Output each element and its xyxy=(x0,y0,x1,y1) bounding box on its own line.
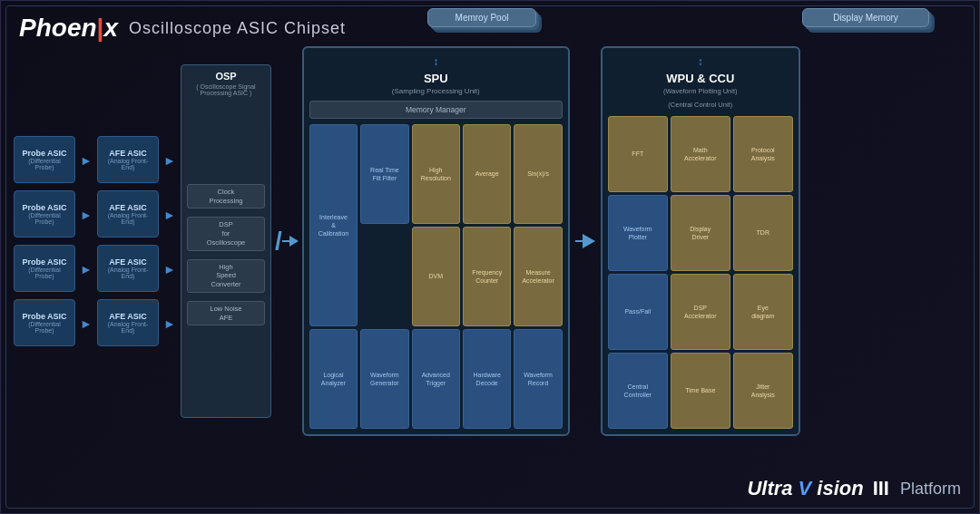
probe-block-1: Probe ASIC (Differential Probe) xyxy=(14,136,75,183)
memory-manager: Memory Manager xyxy=(309,101,563,119)
arrow-6: ► xyxy=(162,191,178,238)
spu-cell-measure: MeasureAccelerator xyxy=(514,227,562,326)
wpu-display-driver: DisplayDriver xyxy=(671,195,730,271)
spu-grid: Interleave&Calibration Real TimeFilt Fil… xyxy=(309,124,563,429)
spu-cell-average: Average xyxy=(463,124,511,224)
memory-pool-text: Memroy Pool xyxy=(437,13,526,23)
arrow-1: ► xyxy=(78,137,94,184)
ision-text: ision xyxy=(817,477,863,500)
osp-box: OSP ( Oscilloscope Signal Processing ASI… xyxy=(181,64,271,418)
wpu-passfail: Pass/Fail xyxy=(608,274,668,350)
connector-line xyxy=(282,240,289,242)
wpu-subtitle2: (Central Control Unit) xyxy=(608,101,793,109)
wpu-grid: FFT MathAccelerator ProtocolAnalysis Wav… xyxy=(608,116,793,429)
wpu-waveform-plotter: WaveformPlotter xyxy=(608,195,668,271)
wpu-timebase: Time Base xyxy=(671,353,730,429)
wpu-jitter: JitterAnalysis xyxy=(733,353,793,429)
memory-pool-label: Memroy Pool xyxy=(427,8,536,27)
display-memory-label: Display Memory xyxy=(802,8,929,27)
connector-arrow xyxy=(289,236,299,247)
roman-numeral: III xyxy=(873,477,889,500)
spu-title: SPU xyxy=(309,72,563,85)
afe-block-4: AFE ASIC (Analog Front-End) xyxy=(97,299,159,346)
brand-footer: UltraVision III Platform xyxy=(747,477,961,500)
osp-title: OSP xyxy=(187,71,265,82)
osp-subtitle: ( Oscilloscope Signal Processing ASIC ) xyxy=(187,83,265,96)
wpu-tdr: TDR xyxy=(733,195,793,271)
osp-clock: ClockProcessing xyxy=(187,184,265,209)
wpu-math: MathAccelerator xyxy=(671,116,730,192)
arrow-3: ► xyxy=(78,246,94,293)
slash-symbol: / xyxy=(275,227,282,256)
spu-cell-sinx: Sin(x)/s xyxy=(514,124,562,224)
logo-slash: | xyxy=(97,14,104,42)
spu-memory-arrow: ↕ xyxy=(433,55,438,68)
spu-cell-highres: HighResolution xyxy=(412,124,460,224)
wpu-box: ↕ WPU & CCU (Waveform Plotting Unit) (Ce… xyxy=(601,46,800,436)
spu-cell-freq: FrequencyCounter xyxy=(463,227,511,326)
arrow-2: ► xyxy=(78,191,94,238)
spu-wpu-arrow xyxy=(583,234,595,248)
spu-cell-realtime: Real TimeFilt Filter xyxy=(360,124,408,224)
wpu-dsp-acc: DSPAccelerator xyxy=(671,274,730,350)
platform-text: Platform xyxy=(900,480,961,499)
main-container: Memroy Pool Display Memory Phoen|x Oscil… xyxy=(0,0,980,514)
spu-cell-waveform-gen: WaveformGenerator xyxy=(360,329,408,429)
wpu-eye: Eyediagram xyxy=(733,274,793,350)
spu-cell-interleave: Interleave&Calibration xyxy=(309,124,358,326)
probe-block-2: Probe ASIC (Differential Probe) xyxy=(14,190,75,238)
spu-box: ↕ SPU (Sampling Processing Unit) Memory … xyxy=(302,46,570,436)
vision-text: V xyxy=(799,477,812,500)
wpu-protocol: ProtocolAnalysis xyxy=(733,116,793,192)
wpu-memory-arrow: ↕ xyxy=(698,55,703,68)
probe-block-4: Probe ASIC (Differential Probe) xyxy=(14,299,75,346)
spu-cell-logical: LogicalAnalyzer xyxy=(309,329,358,429)
wpu-central: CentralController xyxy=(608,353,668,429)
afe-block-3: AFE ASIC (Analog Front-End) xyxy=(97,245,159,292)
afe-to-osp-arrows: ► ► ► ► xyxy=(162,135,178,347)
probe-column: Probe ASIC (Differential Probe) Probe AS… xyxy=(14,136,75,346)
spu-cell-trigger: AdvancedTrigger xyxy=(412,329,460,429)
arrow-4: ► xyxy=(78,300,94,347)
header-title: Oscilloscope ASIC Chipset xyxy=(129,19,346,38)
wpu-subtitle1: (Waveform Plotting Unit) xyxy=(608,87,793,95)
probe-block-3: Probe ASIC (Differential Probe) xyxy=(14,245,75,292)
memory-pool-cloud: Memroy Pool xyxy=(427,8,536,27)
afe-column: AFE ASIC (Analog Front-End) AFE ASIC (An… xyxy=(97,136,159,346)
probe-afe-osp-section: Probe ASIC (Differential Probe) Probe AS… xyxy=(14,46,271,436)
spu-cell-dvm: DVM xyxy=(412,227,460,326)
arrow-8: ► xyxy=(162,300,178,347)
osp-dsp: DSPforOscilloscope xyxy=(187,217,265,250)
osp-converter: HighSpeedConverter xyxy=(187,259,265,293)
arrow-5: ► xyxy=(162,137,178,184)
spu-wpu-line xyxy=(575,240,583,242)
arrow-7: ► xyxy=(162,246,178,293)
spu-cell-decode: HardwareDecode xyxy=(463,329,511,429)
afe-block-2: AFE ASIC (Analog Front-End) xyxy=(97,190,159,238)
afe-block-1: AFE ASIC (Analog Front-End) xyxy=(97,136,159,183)
spu-to-wpu-connector xyxy=(570,46,601,436)
display-memory-text: Display Memory xyxy=(812,13,919,23)
wpu-fft: FFT xyxy=(608,116,668,192)
ultra-text: Ultra xyxy=(747,477,792,500)
phoenix-logo: Phoen|x xyxy=(19,14,118,43)
spu-cell-record: WaveformRecord xyxy=(514,329,562,429)
osp-lna: Low NoiseAFE xyxy=(187,301,265,326)
probe-to-afe-arrows: ► ► ► ► xyxy=(78,135,94,347)
spu-subtitle: (Sampling Processing Unit) xyxy=(309,87,563,95)
display-memory-cloud: Display Memory xyxy=(802,8,929,27)
wpu-title: WPU & CCU xyxy=(608,72,793,85)
osp-to-spu-connector: / xyxy=(271,46,302,436)
